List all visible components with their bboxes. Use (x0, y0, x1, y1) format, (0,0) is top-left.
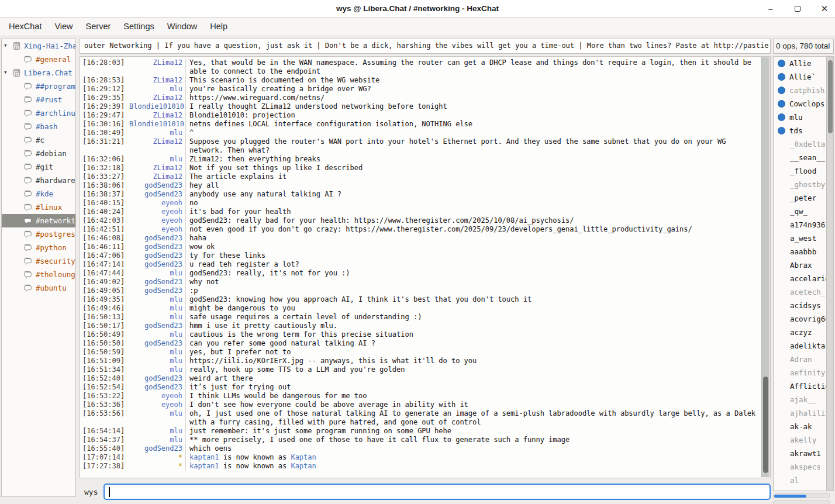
maximize-button[interactable] (792, 3, 803, 15)
userlist-item[interactable]: adeliktas (774, 339, 833, 353)
message-nick[interactable]: ZLima12 (129, 76, 185, 85)
tree-channel-programming[interactable]: ##programming (2, 80, 75, 93)
message-nick[interactable]: mlu (129, 295, 185, 304)
menu-item-server[interactable]: Server (80, 18, 118, 36)
userlist-item[interactable]: ajak__ (774, 393, 833, 406)
message-nick[interactable]: godSend23 (129, 181, 185, 190)
message-nick[interactable]: eyeoh (129, 199, 185, 208)
menu-item-settings[interactable]: Settings (117, 18, 160, 36)
userlist-hscrollbar[interactable] (773, 493, 830, 498)
close-button[interactable]: ✕ (819, 3, 830, 15)
userlist-item[interactable]: _0xdelta (774, 137, 833, 151)
userlist-item[interactable]: _qw_ (774, 205, 833, 218)
renamed-nick[interactable]: kaptan1 (189, 453, 219, 461)
message-nick[interactable]: ZLima12 (129, 58, 185, 76)
message-nick[interactable]: eyeoh (129, 401, 185, 409)
userlist-hscrollbar-thumb[interactable] (774, 495, 806, 498)
message-nick[interactable]: mlu (129, 313, 185, 322)
userlist-item[interactable]: a_west (774, 232, 833, 245)
tree-expander-icon[interactable]: ▾ (4, 68, 8, 76)
message-nick[interactable]: * (129, 453, 185, 462)
message-nick[interactable]: eyeoh (129, 208, 185, 216)
userlist-item[interactable]: akspecs (774, 460, 833, 474)
message-nick[interactable]: mlu (129, 357, 185, 365)
userlist-item[interactable]: akrawt1 (774, 447, 833, 460)
userlist-item[interactable]: acovrig60 (774, 312, 833, 326)
message-nick[interactable]: Blondie101010 (129, 120, 185, 129)
message-nick[interactable]: * (129, 462, 185, 471)
menu-item-view[interactable]: View (48, 18, 79, 36)
minimize-button[interactable]: − (765, 3, 777, 15)
message-nick[interactable]: godSend23 (129, 234, 185, 243)
tree-channel-security[interactable]: #security (2, 254, 75, 268)
message-nick[interactable]: mlu (129, 269, 185, 278)
menu-item-hexchat[interactable]: HexChat (2, 18, 48, 36)
message-nick[interactable]: godSend23 (129, 383, 185, 392)
message-nick[interactable]: godSend23 (129, 278, 185, 286)
tree-hscrollbar[interactable] (773, 500, 830, 504)
userlist-item[interactable]: acetech_ (774, 285, 833, 299)
userlist-item[interactable]: mlu (774, 111, 833, 124)
userlist-item[interactable]: a174n936 (774, 218, 833, 232)
userlist-item[interactable]: tds (774, 124, 833, 137)
chat-scrollbar[interactable] (761, 57, 770, 477)
tree-channel-python[interactable]: #python (2, 241, 75, 254)
userlist-item[interactable]: aefinity (774, 366, 833, 379)
message-input[interactable] (103, 484, 771, 500)
tree-channel-debian[interactable]: #debian (2, 147, 75, 160)
tree-channel-bash[interactable]: #bash (2, 120, 75, 133)
topic-bar[interactable]: outer Networking | If you have a questio… (80, 39, 771, 54)
message-nick[interactable]: mlu (129, 409, 185, 427)
userlist-item[interactable]: Adran (774, 353, 833, 366)
userlist-item[interactable]: al (774, 474, 833, 487)
menu-item-window[interactable]: Window (161, 18, 204, 36)
message-nick[interactable]: eyeoh (129, 225, 185, 234)
userlist-item[interactable]: Cowclops` (774, 97, 833, 111)
message-nick[interactable]: ZLima12 (129, 164, 185, 172)
userlist-item[interactable]: akelly (774, 433, 833, 447)
message-nick[interactable]: godSend23 (129, 322, 185, 330)
tree-channel-git[interactable]: #git (2, 160, 75, 174)
tree-expander-icon[interactable]: ▾ (4, 42, 8, 49)
tree-server-liberachat[interactable]: ▾Libera.Chat (2, 66, 75, 80)
renamed-nick[interactable]: Kaptan (291, 453, 316, 461)
userlist-item[interactable]: acidsys (774, 299, 833, 312)
userlist-scrollbar-thumb[interactable] (828, 60, 833, 133)
userlist-item[interactable]: ajhalili2 (774, 406, 833, 420)
tree-channel-general[interactable]: #general (2, 53, 75, 66)
userlist-item[interactable]: _ghostbyte (774, 178, 833, 191)
userlist-scrollbar[interactable] (826, 57, 833, 491)
message-nick[interactable]: godSend23 (129, 243, 185, 251)
message-nick[interactable]: godSend23 (129, 374, 185, 383)
tree-channel-networking[interactable]: #networking (2, 214, 75, 227)
tree-channel-hardware[interactable]: #hardware (2, 174, 75, 187)
message-nick[interactable]: mlu (129, 365, 185, 374)
userlist-item[interactable]: catphish (774, 84, 833, 97)
message-nick[interactable]: mlu (129, 348, 185, 357)
renamed-nick[interactable]: kaptan1 (189, 462, 219, 470)
userlist-item[interactable]: Affliction (774, 379, 833, 393)
message-nick[interactable]: godSend23 (129, 286, 185, 295)
message-nick[interactable]: godSend23 (129, 251, 185, 260)
message-nick[interactable]: ZLima12 (129, 172, 185, 181)
tree-channel-archlinux[interactable]: #archlinux (2, 106, 75, 120)
message-nick[interactable]: mlu (129, 155, 185, 164)
message-nick[interactable]: mlu (129, 436, 185, 444)
tree-channel-rust[interactable]: ##rust (2, 93, 75, 106)
tree-server-xinghaizhang[interactable]: ▾Xing-Hai-Zhang (2, 39, 75, 53)
renamed-nick[interactable]: Kaptan (291, 462, 316, 470)
userlist-item[interactable]: aaabbb (774, 245, 833, 258)
message-nick[interactable]: eyeoh (129, 392, 185, 401)
message-nick[interactable]: mlu (129, 85, 185, 94)
message-nick[interactable]: mlu (129, 427, 185, 436)
tree-channel-thelounge[interactable]: #thelounge (2, 268, 75, 281)
message-nick[interactable]: godSend23 (129, 339, 185, 348)
menu-item-help[interactable]: Help (203, 18, 234, 36)
message-nick[interactable]: godSend23 (129, 444, 185, 453)
tree-channel-linux[interactable]: #linux (2, 201, 75, 214)
userlist-item[interactable]: accelario (774, 272, 833, 285)
userlist-item[interactable]: ak-ak (774, 420, 833, 433)
message-nick[interactable]: ZLima12 (129, 94, 185, 102)
message-nick[interactable]: ZLima12 (129, 137, 185, 155)
userlist-item[interactable]: Allie (774, 57, 833, 70)
